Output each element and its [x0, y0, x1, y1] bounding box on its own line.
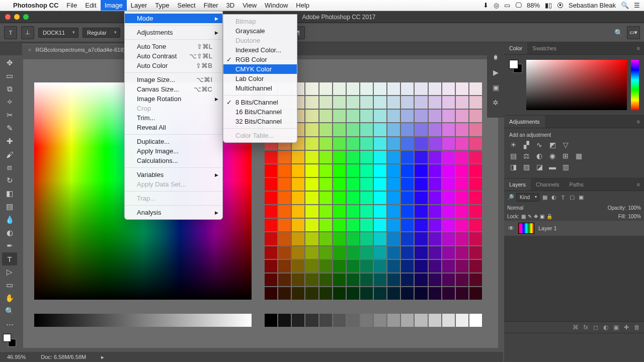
- menu-item[interactable]: Apply Image...: [125, 146, 222, 156]
- panel-menu-icon[interactable]: ≡: [633, 42, 644, 54]
- menu-item[interactable]: Adjustments: [125, 28, 222, 37]
- menu-help[interactable]: Help: [292, 0, 313, 11]
- channelmixer-icon[interactable]: ⊞: [561, 152, 570, 160]
- menu-item[interactable]: Calculations...: [125, 156, 222, 165]
- menu-item[interactable]: Variables: [125, 170, 222, 179]
- menu-item[interactable]: Grayscale: [223, 26, 297, 36]
- shape-tool[interactable]: ▭: [2, 279, 17, 292]
- tool-preset[interactable]: T: [4, 26, 17, 39]
- menu-item[interactable]: Multichannel: [223, 83, 297, 93]
- levels-icon[interactable]: ▞: [522, 141, 530, 149]
- blur-tool[interactable]: 💧: [2, 213, 17, 226]
- paths-tab[interactable]: Paths: [565, 178, 589, 191]
- new-group-icon[interactable]: ▣: [613, 324, 619, 331]
- filter-adjust-icon[interactable]: ◐: [550, 194, 557, 201]
- lock-all-icon[interactable]: 🔒: [546, 214, 552, 219]
- menu-item[interactable]: Image Rotation: [125, 94, 222, 104]
- filter-type-icon[interactable]: T: [559, 194, 567, 201]
- huesat-icon[interactable]: ▤: [509, 152, 517, 160]
- layer-fx-icon[interactable]: fx: [584, 324, 588, 331]
- photofilter-icon[interactable]: ◉: [548, 152, 556, 160]
- new-layer-icon[interactable]: ✚: [624, 324, 629, 331]
- hand-tool[interactable]: ✋: [2, 292, 17, 305]
- menu-icon[interactable]: ☰: [634, 2, 640, 9]
- marquee-tool[interactable]: ▭: [2, 69, 17, 82]
- delete-layer-icon[interactable]: 🗑: [634, 324, 640, 331]
- panel-menu-icon[interactable]: ≡: [633, 116, 644, 128]
- zoom-tool[interactable]: 🔍: [2, 305, 17, 318]
- layer-mask-icon[interactable]: ◻: [593, 324, 598, 331]
- download-icon[interactable]: ⬇: [483, 2, 489, 9]
- dodge-tool[interactable]: ◐: [2, 226, 17, 239]
- menu-select[interactable]: Select: [173, 0, 199, 11]
- history-brush-tool[interactable]: ↻: [2, 174, 17, 187]
- colorbalance-icon[interactable]: ⚖: [522, 152, 530, 160]
- edit-toolbar[interactable]: ⋯: [2, 318, 17, 331]
- adjustments-tab[interactable]: Adjustments: [504, 116, 545, 128]
- stamp-tool[interactable]: ⧇: [2, 161, 17, 174]
- swatches-tab[interactable]: Swatches: [527, 42, 561, 54]
- curves-icon[interactable]: ∿: [535, 141, 543, 149]
- channels-tab[interactable]: Channels: [531, 178, 564, 191]
- layers-tab[interactable]: Layers: [504, 178, 531, 191]
- filter-pixel-icon[interactable]: ▦: [541, 194, 548, 201]
- type-tool[interactable]: T: [2, 252, 17, 265]
- menu-view[interactable]: View: [238, 0, 261, 11]
- exposure-icon[interactable]: ◩: [548, 141, 556, 149]
- lock-artboard-icon[interactable]: ▣: [540, 214, 544, 219]
- wand-tool[interactable]: ✧: [2, 96, 17, 109]
- app-menu[interactable]: Photoshop CC: [9, 0, 62, 11]
- invert-icon[interactable]: ◨: [509, 163, 517, 171]
- menu-item[interactable]: Analysis: [125, 208, 222, 217]
- menu-item[interactable]: Auto Color⇧⌘B: [125, 61, 222, 70]
- menu-item[interactable]: Lab Color: [223, 74, 297, 83]
- menu-layer[interactable]: Layer: [127, 0, 151, 11]
- spotlight-icon[interactable]: 🔍: [621, 2, 629, 9]
- lock-transparent-icon[interactable]: ▦: [521, 214, 526, 219]
- move-tool[interactable]: ✥: [2, 56, 17, 69]
- gradient-tool[interactable]: ▤: [2, 200, 17, 213]
- wifi-icon[interactable]: ⦿: [557, 2, 564, 9]
- colorlookup-icon[interactable]: ▦: [575, 152, 583, 160]
- window-controls[interactable]: [0, 14, 34, 20]
- menu-filter[interactable]: Filter: [200, 0, 222, 11]
- selectivecolor-icon[interactable]: ▥: [561, 163, 570, 171]
- menu-image[interactable]: Image: [101, 0, 127, 11]
- vibrance-icon[interactable]: ▽: [561, 141, 570, 149]
- menu-item[interactable]: Image Size...⌥⌘I: [125, 75, 222, 84]
- menu-item[interactable]: Mode: [125, 14, 222, 23]
- menu-file[interactable]: File: [62, 0, 81, 11]
- menu-type[interactable]: Type: [151, 0, 173, 11]
- gradientmap-icon[interactable]: ▬: [548, 163, 556, 171]
- filter-kind-select[interactable]: Kind: [516, 193, 539, 202]
- menu-item[interactable]: ✓RGB Color: [223, 55, 297, 64]
- document-tab[interactable]: × RGBcolorspectrums_a7c6ad4e-618) *: [22, 44, 135, 55]
- layer-name[interactable]: Layer 1: [538, 225, 557, 231]
- layer-thumbnail[interactable]: [518, 223, 534, 234]
- lock-position-icon[interactable]: ✥: [534, 214, 538, 219]
- lock-pixels-icon[interactable]: ✎: [528, 214, 532, 219]
- fill-field[interactable]: 100%: [628, 214, 641, 219]
- close-button[interactable]: [5, 14, 11, 20]
- opacity-field[interactable]: 100%: [628, 205, 641, 211]
- menu-item[interactable]: Trim...: [125, 113, 222, 123]
- workspace-switcher[interactable]: ▭▾: [627, 26, 640, 39]
- hue-slider[interactable]: [631, 60, 639, 110]
- status-arrow-icon[interactable]: ▸: [101, 354, 104, 360]
- menu-item[interactable]: Indexed Color...: [223, 45, 297, 55]
- color-tab[interactable]: Color: [504, 42, 527, 54]
- heal-tool[interactable]: ✚: [2, 135, 17, 148]
- zoom-button[interactable]: [23, 14, 29, 20]
- orientation-toggle[interactable]: ⊥: [21, 26, 34, 39]
- menu-window[interactable]: Window: [261, 0, 292, 11]
- threshold-icon[interactable]: ◪: [535, 163, 543, 171]
- display-icon[interactable]: 🖵: [515, 2, 522, 9]
- zoom-level[interactable]: 46.95%: [7, 354, 26, 360]
- layer-row[interactable]: 👁 Layer 1: [504, 221, 644, 236]
- brightness-icon[interactable]: ☀: [509, 141, 517, 149]
- minimize-button[interactable]: [14, 14, 20, 20]
- menu-item[interactable]: 32 Bits/Channel: [223, 117, 297, 126]
- cc-icon[interactable]: ◎: [494, 2, 499, 9]
- fg-bg-colors[interactable]: [3, 334, 16, 347]
- filter-smart-icon[interactable]: ▣: [578, 194, 585, 201]
